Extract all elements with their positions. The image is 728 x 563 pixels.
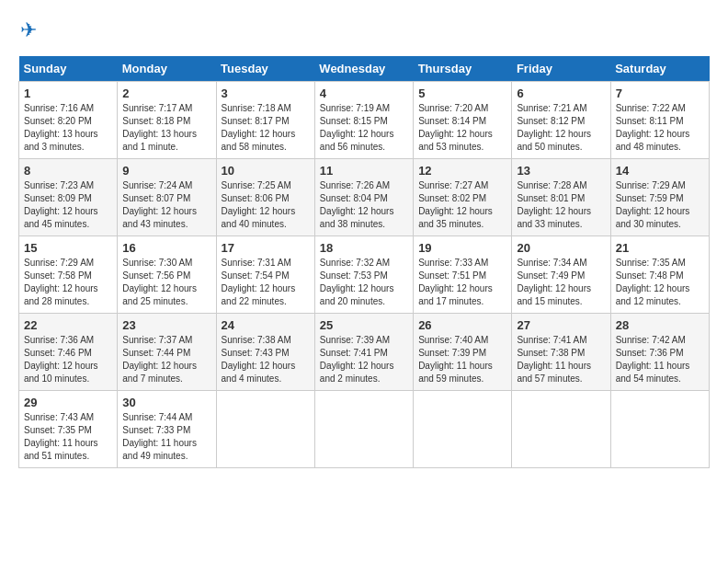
day-number: 29: [24, 396, 112, 409]
day-info: Sunrise: 7:27 AMSunset: 8:02 PMDaylight:…: [418, 179, 506, 231]
calendar-day-cell: 25Sunrise: 7:39 AMSunset: 7:41 PMDayligh…: [314, 314, 413, 391]
day-info: Sunrise: 7:40 AMSunset: 7:39 PMDaylight:…: [418, 334, 506, 385]
day-info: Sunrise: 7:34 AMSunset: 7:49 PMDaylight:…: [517, 257, 605, 308]
empty-cell: [314, 391, 413, 468]
day-number: 17: [222, 241, 310, 255]
day-info: Sunrise: 7:31 AMSunset: 7:54 PMDaylight:…: [222, 257, 310, 308]
calendar-day-cell: 19Sunrise: 7:33 AMSunset: 7:51 PMDayligh…: [414, 236, 512, 314]
calendar-day-cell: 7Sunrise: 7:22 AMSunset: 8:11 PMDaylight…: [610, 82, 709, 159]
calendar-day-cell: 18Sunrise: 7:32 AMSunset: 7:53 PMDayligh…: [314, 236, 413, 314]
day-number: 30: [122, 396, 210, 409]
day-info: Sunrise: 7:44 AMSunset: 7:33 PMDaylight:…: [122, 411, 210, 463]
calendar-day-cell: 8Sunrise: 7:23 AMSunset: 8:09 PMDaylight…: [19, 159, 118, 236]
calendar-header-saturday: Saturday: [610, 56, 709, 82]
day-number: 25: [320, 318, 408, 332]
day-number: 9: [122, 164, 210, 178]
day-info: Sunrise: 7:41 AMSunset: 7:38 PMDaylight:…: [517, 334, 605, 385]
day-number: 14: [616, 164, 704, 178]
calendar-day-cell: 9Sunrise: 7:24 AMSunset: 8:07 PMDaylight…: [118, 159, 216, 236]
calendar-day-cell: 13Sunrise: 7:28 AMSunset: 8:01 PMDayligh…: [512, 159, 610, 236]
day-number: 2: [122, 86, 210, 100]
calendar-header-thursday: Thursday: [414, 56, 512, 82]
day-number: 6: [517, 86, 605, 100]
day-number: 20: [517, 241, 605, 255]
calendar-table: SundayMondayTuesdayWednesdayThursdayFrid…: [18, 56, 710, 468]
day-number: 4: [320, 86, 408, 100]
calendar-day-cell: 23Sunrise: 7:37 AMSunset: 7:44 PMDayligh…: [118, 314, 216, 391]
day-info: Sunrise: 7:19 AMSunset: 8:15 PMDaylight:…: [320, 102, 408, 154]
day-info: Sunrise: 7:28 AMSunset: 8:01 PMDaylight:…: [517, 179, 605, 231]
day-info: Sunrise: 7:16 AMSunset: 8:20 PMDaylight:…: [24, 102, 112, 154]
calendar-week-row: 22Sunrise: 7:36 AMSunset: 7:46 PMDayligh…: [19, 314, 710, 391]
calendar-day-cell: 27Sunrise: 7:41 AMSunset: 7:38 PMDayligh…: [512, 314, 610, 391]
empty-cell: [610, 391, 709, 468]
empty-cell: [414, 391, 512, 468]
calendar-day-cell: 16Sunrise: 7:30 AMSunset: 7:56 PMDayligh…: [118, 236, 216, 314]
day-number: 27: [517, 318, 605, 332]
day-info: Sunrise: 7:29 AMSunset: 7:58 PMDaylight:…: [24, 257, 112, 308]
day-number: 7: [616, 86, 704, 100]
calendar-day-cell: 30Sunrise: 7:44 AMSunset: 7:33 PMDayligh…: [118, 391, 216, 468]
calendar-day-cell: 11Sunrise: 7:26 AMSunset: 8:04 PMDayligh…: [314, 159, 413, 236]
calendar-day-cell: 12Sunrise: 7:27 AMSunset: 8:02 PMDayligh…: [414, 159, 512, 236]
day-info: Sunrise: 7:29 AMSunset: 7:59 PMDaylight:…: [616, 179, 704, 231]
calendar-day-cell: 3Sunrise: 7:18 AMSunset: 8:17 PMDaylight…: [216, 82, 314, 159]
calendar-day-cell: 26Sunrise: 7:40 AMSunset: 7:39 PMDayligh…: [414, 314, 512, 391]
day-number: 23: [122, 318, 210, 332]
day-number: 24: [222, 318, 310, 332]
day-number: 3: [222, 86, 310, 100]
calendar-day-cell: 10Sunrise: 7:25 AMSunset: 8:06 PMDayligh…: [216, 159, 314, 236]
day-info: Sunrise: 7:39 AMSunset: 7:41 PMDaylight:…: [320, 334, 408, 385]
calendar-header-row: SundayMondayTuesdayWednesdayThursdayFrid…: [19, 56, 710, 82]
day-info: Sunrise: 7:37 AMSunset: 7:44 PMDaylight:…: [122, 334, 210, 385]
day-info: Sunrise: 7:25 AMSunset: 8:06 PMDaylight:…: [222, 179, 310, 231]
calendar-day-cell: 2Sunrise: 7:17 AMSunset: 8:18 PMDaylight…: [118, 82, 216, 159]
day-info: Sunrise: 7:38 AMSunset: 7:43 PMDaylight:…: [222, 334, 310, 385]
day-number: 26: [418, 318, 506, 332]
calendar-day-cell: 24Sunrise: 7:38 AMSunset: 7:43 PMDayligh…: [216, 314, 314, 391]
calendar-day-cell: 6Sunrise: 7:21 AMSunset: 8:12 PMDaylight…: [512, 82, 610, 159]
empty-cell: [512, 391, 610, 468]
day-info: Sunrise: 7:43 AMSunset: 7:35 PMDaylight:…: [24, 411, 112, 463]
calendar-day-cell: 20Sunrise: 7:34 AMSunset: 7:49 PMDayligh…: [512, 236, 610, 314]
calendar-header-wednesday: Wednesday: [314, 56, 413, 82]
empty-cell: [216, 391, 314, 468]
calendar-week-row: 8Sunrise: 7:23 AMSunset: 8:09 PMDaylight…: [19, 159, 710, 236]
day-info: Sunrise: 7:33 AMSunset: 7:51 PMDaylight:…: [418, 257, 506, 308]
calendar-week-row: 1Sunrise: 7:16 AMSunset: 8:20 PMDaylight…: [19, 82, 710, 159]
day-info: Sunrise: 7:21 AMSunset: 8:12 PMDaylight:…: [517, 102, 605, 154]
calendar-day-cell: 4Sunrise: 7:19 AMSunset: 8:15 PMDaylight…: [314, 82, 413, 159]
day-info: Sunrise: 7:36 AMSunset: 7:46 PMDaylight:…: [24, 334, 112, 385]
calendar-day-cell: 14Sunrise: 7:29 AMSunset: 7:59 PMDayligh…: [610, 159, 709, 236]
calendar-day-cell: 28Sunrise: 7:42 AMSunset: 7:36 PMDayligh…: [610, 314, 709, 391]
day-number: 13: [517, 164, 605, 178]
day-number: 16: [122, 241, 210, 255]
day-number: 11: [320, 164, 408, 178]
calendar-day-cell: 15Sunrise: 7:29 AMSunset: 7:58 PMDayligh…: [19, 236, 118, 314]
day-number: 19: [418, 241, 506, 255]
calendar-header-tuesday: Tuesday: [216, 56, 314, 82]
day-info: Sunrise: 7:23 AMSunset: 8:09 PMDaylight:…: [24, 179, 112, 231]
day-number: 21: [616, 241, 704, 255]
day-info: Sunrise: 7:24 AMSunset: 8:07 PMDaylight:…: [122, 179, 210, 231]
calendar-day-cell: 22Sunrise: 7:36 AMSunset: 7:46 PMDayligh…: [19, 314, 118, 391]
calendar-day-cell: 29Sunrise: 7:43 AMSunset: 7:35 PMDayligh…: [19, 391, 118, 468]
calendar-day-cell: 1Sunrise: 7:16 AMSunset: 8:20 PMDaylight…: [19, 82, 118, 159]
day-number: 10: [222, 164, 310, 178]
calendar-day-cell: 17Sunrise: 7:31 AMSunset: 7:54 PMDayligh…: [216, 236, 314, 314]
calendar-week-row: 29Sunrise: 7:43 AMSunset: 7:35 PMDayligh…: [19, 391, 710, 468]
logo: ✈: [18, 18, 37, 42]
page-header: ✈: [18, 18, 710, 42]
day-info: Sunrise: 7:35 AMSunset: 7:48 PMDaylight:…: [616, 257, 704, 308]
day-number: 12: [418, 164, 506, 178]
day-info: Sunrise: 7:20 AMSunset: 8:14 PMDaylight:…: [418, 102, 506, 154]
day-number: 18: [320, 241, 408, 255]
day-info: Sunrise: 7:18 AMSunset: 8:17 PMDaylight:…: [222, 102, 310, 154]
calendar-header-sunday: Sunday: [19, 56, 118, 82]
calendar-week-row: 15Sunrise: 7:29 AMSunset: 7:58 PMDayligh…: [19, 236, 710, 314]
day-number: 5: [418, 86, 506, 100]
day-info: Sunrise: 7:17 AMSunset: 8:18 PMDaylight:…: [122, 102, 210, 154]
day-number: 22: [24, 318, 112, 332]
day-info: Sunrise: 7:22 AMSunset: 8:11 PMDaylight:…: [616, 102, 704, 154]
calendar-header-monday: Monday: [118, 56, 216, 82]
